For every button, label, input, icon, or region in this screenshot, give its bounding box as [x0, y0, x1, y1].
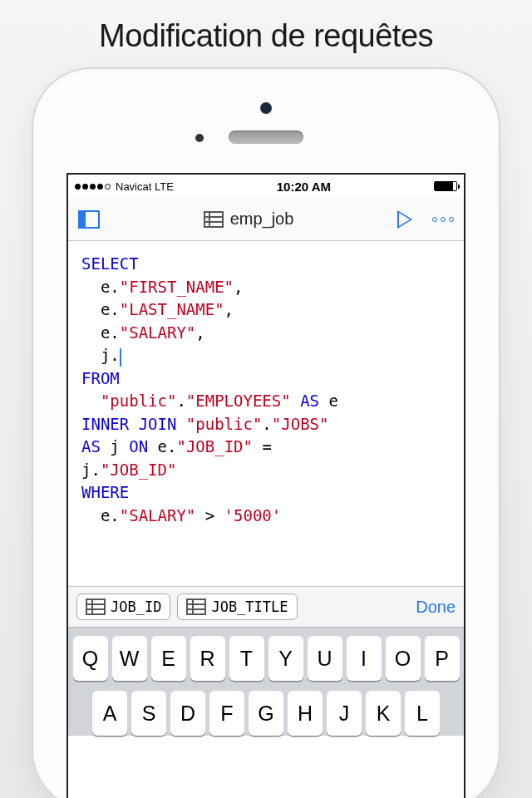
- key-u[interactable]: U: [308, 636, 342, 681]
- battery-icon: [434, 181, 457, 191]
- screen: Navicat LTE 10:20 AM emp_job SELECT e."F…: [66, 173, 466, 798]
- key-p[interactable]: P: [425, 636, 460, 681]
- phone-frame: Navicat LTE 10:20 AM emp_job SELECT e."F…: [33, 69, 499, 798]
- key-l[interactable]: L: [405, 691, 440, 736]
- key-r[interactable]: R: [190, 636, 225, 681]
- autocomplete-bar: JOB_ID JOB_TITLE Done: [68, 586, 464, 628]
- key-i[interactable]: I: [347, 636, 382, 681]
- sensor-icon: [195, 134, 204, 142]
- key-a[interactable]: A: [92, 691, 127, 736]
- key-y[interactable]: Y: [268, 636, 303, 681]
- key-s[interactable]: S: [131, 691, 166, 736]
- key-o[interactable]: O: [386, 636, 421, 681]
- key-h[interactable]: H: [288, 691, 323, 736]
- run-button[interactable]: [397, 210, 412, 229]
- camera-icon: [260, 102, 272, 114]
- status-time: 10:20 AM: [174, 180, 434, 194]
- query-name: emp_job: [230, 209, 294, 229]
- key-q[interactable]: Q: [73, 636, 108, 681]
- key-e[interactable]: E: [151, 636, 186, 681]
- speaker-icon: [229, 131, 303, 144]
- code-editor[interactable]: SELECT e."FIRST_NAME", e."LAST_NAME", e.…: [68, 241, 464, 586]
- suggestion-job-title[interactable]: JOB_TITLE: [177, 594, 297, 620]
- table-icon: [204, 211, 224, 228]
- done-button[interactable]: Done: [416, 598, 456, 617]
- key-t[interactable]: T: [229, 636, 264, 681]
- nav-title-wrap[interactable]: emp_job: [108, 209, 389, 229]
- more-button[interactable]: [432, 217, 454, 222]
- key-k[interactable]: K: [366, 691, 401, 736]
- column-icon: [86, 598, 106, 615]
- text-cursor: [120, 348, 121, 367]
- key-f[interactable]: F: [209, 691, 244, 736]
- keyboard-row-1: Q W E R T Y U I O P: [72, 636, 460, 681]
- signal-icon: [75, 184, 111, 190]
- key-w[interactable]: W: [112, 636, 147, 681]
- status-bar: Navicat LTE 10:20 AM: [68, 175, 464, 198]
- sidebar-toggle-button[interactable]: [78, 210, 100, 229]
- column-icon: [186, 598, 206, 615]
- keyboard-row-2: A S D F G H J K L: [72, 691, 460, 736]
- keyboard: Q W E R T Y U I O P A S D F G H J K L: [68, 628, 464, 736]
- promo-title: Modification de requêtes: [0, 0, 532, 69]
- key-g[interactable]: G: [249, 691, 283, 736]
- suggestion-job-id[interactable]: JOB_ID: [76, 594, 170, 620]
- nav-bar: emp_job: [68, 198, 464, 241]
- key-j[interactable]: J: [327, 691, 362, 736]
- carrier-label: Navicat LTE: [116, 180, 174, 193]
- key-d[interactable]: D: [170, 691, 205, 736]
